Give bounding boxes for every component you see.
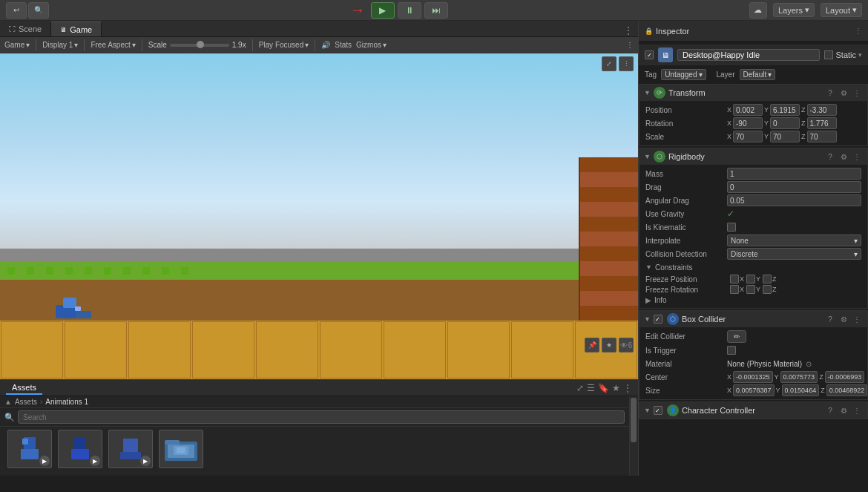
bottom-icon-2[interactable]: ☰	[587, 383, 595, 393]
size-x-input[interactable]: 0.00578387	[733, 384, 775, 396]
list-item[interactable]: ▶	[56, 430, 104, 468]
rigidbody-more-button[interactable]: ⋮	[851, 151, 863, 163]
character-controller-header[interactable]: ▼ ✓ 👤 Character Controller ? ⚙ ⋮	[640, 402, 867, 419]
inspector-more-button[interactable]: ⋮	[855, 27, 862, 35]
canvas-more-button[interactable]: ⋮	[619, 56, 634, 71]
box-collider-header[interactable]: ▼ ✓ ⬡ Box Collider ? ⚙ ⋮	[640, 311, 867, 327]
char-controller-enabled[interactable]: ✓	[654, 406, 662, 415]
display-selector[interactable]: Display 1 ▾	[42, 41, 78, 49]
scale-control[interactable]: Scale 1.9x	[148, 41, 246, 49]
freeze-pos-z-checkbox[interactable]	[763, 275, 772, 283]
collision-dropdown[interactable]: Discrete ▾	[727, 248, 861, 260]
rigidbody-settings-button[interactable]: ⚙	[838, 151, 849, 163]
aspect-selector[interactable]: Free Aspect ▾	[91, 41, 135, 49]
transform-header[interactable]: ▼ ⟳ Transform ? ⚙ ⋮	[640, 85, 867, 101]
tag-dropdown[interactable]: Untagged ▾	[661, 69, 706, 80]
list-item[interactable]	[157, 430, 205, 468]
info-row[interactable]: ▶ Info	[640, 295, 867, 306]
char-controller-settings-button[interactable]: ⚙	[838, 404, 849, 416]
list-item[interactable]: ▶	[107, 430, 154, 468]
scale-slider-track[interactable]	[170, 44, 229, 47]
more-tabs-button[interactable]: ⋮	[619, 24, 638, 36]
rot-y-input[interactable]: 0	[770, 117, 800, 129]
bottom-panel-scrollbar[interactable]	[629, 396, 638, 476]
freeze-rot-y-checkbox[interactable]	[746, 285, 755, 294]
list-item[interactable]: ▶	[6, 430, 53, 468]
freeze-rot-z-checkbox[interactable]	[763, 285, 772, 294]
object-active-checkbox[interactable]: ✓	[645, 50, 654, 59]
undo-button[interactable]: ↩	[6, 2, 27, 19]
size-z-input[interactable]: 0.00468922	[826, 384, 868, 396]
step-button[interactable]: ⏭	[424, 2, 448, 19]
scale-x-input[interactable]: 70	[733, 131, 763, 142]
box-collider-enabled[interactable]: ✓	[654, 315, 662, 324]
assets-search-input[interactable]	[18, 410, 625, 424]
pause-button[interactable]: ⏸	[398, 2, 421, 19]
pos-y-input[interactable]: 6.1915	[770, 104, 800, 116]
center-z-input[interactable]: -0.0006993	[825, 371, 865, 383]
use-gravity-checkmark[interactable]: ✓	[727, 209, 734, 219]
angular-drag-input[interactable]: 0.05	[727, 194, 861, 206]
bottom-icon-1[interactable]: ⤢	[576, 383, 584, 393]
static-check[interactable]	[824, 50, 833, 59]
layers-dropdown[interactable]: Layers ▾	[773, 3, 815, 17]
interpolate-dropdown[interactable]: None ▾	[727, 234, 861, 246]
more-game-options[interactable]: ⋮	[626, 41, 634, 49]
freeze-pos-y-checkbox[interactable]	[746, 275, 755, 283]
material-select-button[interactable]: ⊙	[806, 360, 812, 368]
box-collider-help-button[interactable]: ?	[824, 313, 836, 325]
mass-input[interactable]: 1	[727, 168, 861, 180]
assets-tab[interactable]: Assets	[6, 381, 42, 395]
pos-x-input[interactable]: 0.002	[733, 104, 763, 116]
center-x-input[interactable]: -0.0001325	[733, 371, 773, 383]
edit-collider-button[interactable]: ✏	[727, 330, 746, 343]
char-controller-more-button[interactable]: ⋮	[851, 404, 863, 416]
size-y-input[interactable]: 0.0150464	[782, 384, 820, 396]
drag-input[interactable]: 0	[727, 181, 861, 193]
transform-help-button[interactable]: ?	[824, 87, 836, 99]
game-display-selector[interactable]: Game ▾	[4, 41, 30, 49]
game-tab[interactable]: 🖥 Game	[51, 22, 102, 36]
scale-y-input[interactable]: 70	[770, 131, 800, 142]
freeze-rot-x-checkbox[interactable]	[730, 285, 739, 294]
play-button[interactable]: ▶	[371, 2, 395, 19]
audio-button[interactable]: 🔊	[321, 41, 330, 49]
is-trigger-checkbox[interactable]	[727, 346, 736, 355]
transform-more-button[interactable]: ⋮	[851, 87, 863, 99]
search-toolbar-button[interactable]: 🔍	[28, 2, 49, 19]
stats-button[interactable]: Stats	[335, 41, 352, 49]
cloud-button[interactable]: ☁	[749, 2, 767, 19]
layer-dropdown[interactable]: Default ▾	[740, 69, 776, 80]
asset-play-2[interactable]: ▶	[90, 456, 100, 466]
scale-z-input[interactable]: 70	[807, 131, 837, 142]
canvas-expand-button[interactable]: ⤢	[602, 56, 617, 71]
gizmos-button[interactable]: Gizmos ▾	[356, 41, 387, 49]
pos-z-input[interactable]: -3.30	[807, 104, 837, 116]
drag-row: Drag 0	[640, 180, 867, 194]
play-focused-button[interactable]: Play Focused ▾	[259, 41, 309, 49]
layout-dropdown[interactable]: Layout ▾	[821, 3, 862, 17]
static-dropdown-icon[interactable]: ▾	[858, 51, 862, 59]
bottom-more-button[interactable]: ⋮	[623, 383, 632, 393]
object-name-input[interactable]	[677, 49, 820, 61]
scale-slider-thumb[interactable]	[197, 41, 204, 48]
scene-tab[interactable]: ⛶ Scene	[0, 22, 51, 36]
box-collider-more-button[interactable]: ⋮	[851, 313, 863, 325]
rigidbody-header[interactable]: ▼ ⬡ Rigidbody ? ⚙ ⋮	[640, 148, 867, 165]
asset-play-1[interactable]: ▶	[39, 456, 50, 466]
canvas-pin-button[interactable]: 📌	[585, 338, 599, 352]
tag-layer-row: Tag Untagged ▾ Layer Default ▾	[639, 67, 868, 82]
canvas-star-button[interactable]: ★	[602, 338, 617, 352]
bottom-icon-4[interactable]: ★	[612, 383, 620, 393]
rot-x-input[interactable]: -90	[733, 117, 763, 129]
rot-z-input[interactable]: 1.776	[807, 117, 837, 129]
transform-settings-button[interactable]: ⚙	[838, 87, 849, 99]
char-controller-help-button[interactable]: ?	[824, 404, 836, 416]
bottom-icon-3[interactable]: 🔖	[598, 383, 609, 393]
rigidbody-help-button[interactable]: ?	[824, 151, 836, 163]
is-kinematic-checkbox[interactable]	[727, 223, 736, 232]
center-y-input[interactable]: 0.0075773	[780, 371, 818, 383]
box-collider-settings-button[interactable]: ⚙	[838, 313, 849, 325]
freeze-pos-x-checkbox[interactable]	[730, 275, 739, 283]
asset-play-3[interactable]: ▶	[140, 456, 151, 466]
